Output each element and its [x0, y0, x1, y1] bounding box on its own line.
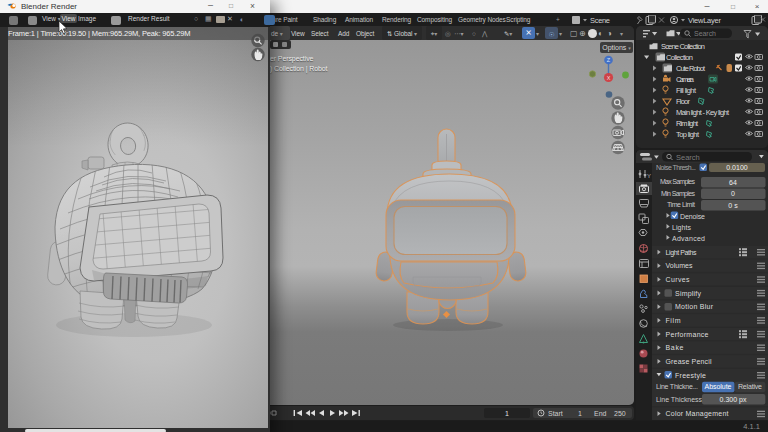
svg-text:Freestyle: Freestyle [675, 372, 706, 380]
svg-text:Grease Pencil: Grease Pencil [666, 358, 712, 365]
svg-text:Min Samples: Min Samples [661, 190, 696, 198]
svg-text:Denoise: Denoise [680, 213, 705, 220]
svg-text:Time Limit: Time Limit [667, 201, 695, 208]
svg-text:Rim light: Rim light [676, 119, 699, 128]
svg-text:64: 64 [729, 179, 737, 186]
svg-text:Volumes: Volumes [666, 262, 694, 269]
svg-text:Performance: Performance [666, 331, 709, 338]
svg-text:Color Management: Color Management [666, 410, 729, 418]
svg-text:Bake: Bake [666, 344, 684, 351]
svg-text:Y: Y [647, 173, 651, 179]
svg-text:Lights: Lights [672, 224, 692, 232]
svg-text:Scene Collection: Scene Collection [661, 42, 705, 51]
svg-text:Search: Search [676, 153, 700, 162]
svg-text:1: 1 [505, 410, 509, 417]
svg-text:Cute Robot: Cute Robot [676, 64, 706, 73]
svg-text:Absolute: Absolute [705, 383, 732, 390]
svg-text:Line Thickne...: Line Thickne... [656, 383, 698, 390]
svg-text:Fill light: Fill light [676, 86, 697, 95]
svg-text:0 s: 0 s [728, 202, 738, 209]
svg-text:End: End [594, 410, 607, 417]
svg-text:0.0100: 0.0100 [726, 164, 748, 171]
svg-text:Main light - Key light: Main light - Key light [676, 108, 730, 117]
svg-text:Max Samples: Max Samples [660, 178, 696, 186]
svg-text:Line Thickness: Line Thickness [656, 396, 703, 403]
svg-text:Advanced: Advanced [672, 235, 705, 242]
svg-text:Relative: Relative [738, 383, 762, 390]
svg-text:Light Paths: Light Paths [666, 249, 698, 257]
svg-text:Start: Start [548, 410, 563, 417]
svg-text:Motion Blur: Motion Blur [675, 303, 714, 310]
svg-text:Collection: Collection [666, 53, 693, 62]
svg-text:Floor: Floor [676, 97, 691, 106]
svg-text:250: 250 [614, 410, 626, 417]
svg-text:Search: Search [694, 30, 716, 37]
svg-text:Scene: Scene [590, 16, 610, 25]
svg-text:Simplify: Simplify [675, 290, 702, 298]
svg-text:0: 0 [731, 190, 735, 197]
svg-text:Camera: Camera [676, 75, 695, 84]
svg-text:0.300 px: 0.300 px [720, 396, 747, 404]
svg-text:Top light: Top light [676, 130, 700, 139]
svg-text:Film: Film [666, 317, 681, 324]
svg-text:ViewLayer: ViewLayer [688, 16, 722, 25]
svg-text:Noise Thresh...: Noise Thresh... [656, 164, 696, 171]
svg-text:Curves: Curves [666, 276, 691, 283]
svg-text:1: 1 [578, 410, 582, 417]
